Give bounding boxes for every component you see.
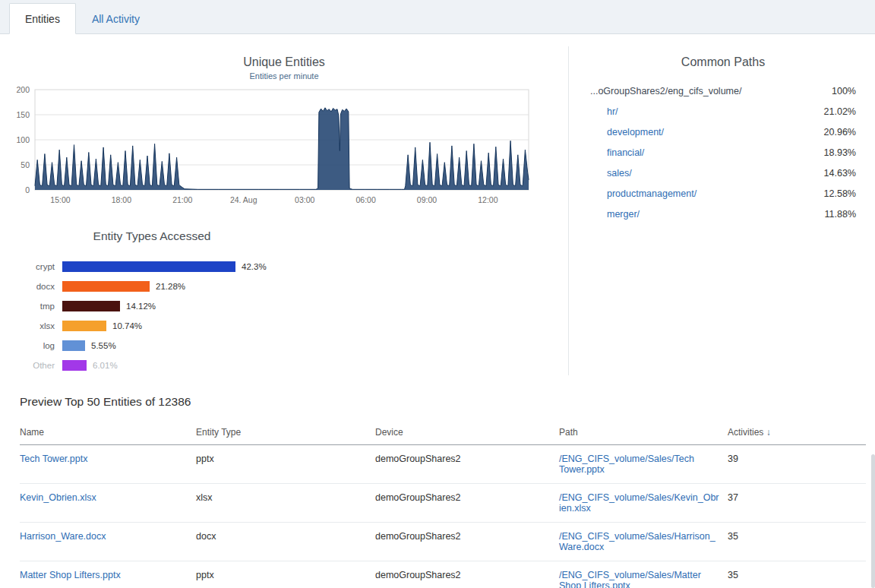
entity-type-cell: pptx [196,445,375,484]
svg-text:100: 100 [16,135,30,144]
activities-cell: 35 [728,523,866,561]
table-scrollbar-thumb[interactable] [871,454,875,588]
preview-title: Preview Top 50 Entities of 12386 [20,395,866,409]
table-body: Tech Tower.pptx pptx demoGroupShares2 /E… [20,445,866,588]
common-path-percent: 20.96% [824,127,856,138]
table-row: Kevin_Obrien.xlsx xlsx demoGroupShares2 … [20,484,866,523]
common-paths-list: ...oGroupShares2/eng_cifs_volume/ 100% h… [590,81,856,225]
bar-row: tmp 14.12% [0,296,568,316]
common-path-percent: 14.63% [824,168,856,179]
svg-text:150: 150 [16,110,30,119]
common-path-link[interactable]: hr/ [590,106,618,117]
entity-path-link[interactable]: /ENG_CIFS_volume/Sales/Harrison_Ware.doc… [559,531,720,552]
column-header-device[interactable]: Device [375,421,559,445]
entity-path-link[interactable]: /ENG_CIFS_volume/Sales/Matter Shop Lifte… [559,570,720,588]
bar-row: xlsx 10.74% [0,316,568,336]
svg-text:03:00: 03:00 [295,195,314,204]
entity-path-link[interactable]: /ENG_CIFS_volume/Sales/Tech Tower.pptx [559,454,720,475]
common-path-link[interactable]: development/ [590,127,664,138]
common-path-percent: 21.02% [824,106,856,117]
device-cell: demoGroupShares2 [375,561,559,588]
svg-text:24. Aug: 24. Aug [230,195,257,204]
bar [62,321,106,331]
common-paths-panel: Common Paths ...oGroupShares2/eng_cifs_v… [568,46,875,375]
svg-text:09:00: 09:00 [417,195,437,204]
charts-row: Unique Entities Entities per minute 0501… [0,34,875,375]
svg-text:12:00: 12:00 [478,195,498,204]
unique-entities-subtitle: Entities per minute [0,71,568,81]
unique-entities-title: Unique Entities [0,55,568,69]
bar-category-label: tmp [12,302,55,311]
bar [62,301,120,311]
entity-types-bars: crypt 42.3% docx 21.28% tmp 14.12% xlsx … [0,257,568,375]
entity-type-cell: docx [196,523,375,561]
bar-category-label: crypt [12,262,55,271]
common-path-root: ...oGroupShares2/eng_cifs_volume/ [590,86,741,96]
common-path-row: hr/ 21.02% [590,102,856,122]
entity-name-link[interactable]: Matter Shop Lifters.pptx [20,570,121,580]
column-header-entity-type[interactable]: Entity Type [196,421,375,445]
bar-row: Other 6.01% [0,356,568,375]
common-path-link[interactable]: financial/ [590,147,644,158]
common-path-percent: 11.88% [825,209,856,220]
preview-section: Preview Top 50 Entities of 12386 NameEnt… [0,395,875,588]
common-path-link[interactable]: sales/ [590,168,632,179]
unique-entities-chart: Unique Entities Entities per minute 0501… [0,55,568,208]
common-path-link[interactable]: merger/ [590,209,640,220]
svg-text:0: 0 [25,185,30,194]
entity-name-link[interactable]: Harrison_Ware.docx [20,531,106,542]
entity-path-link[interactable]: /ENG_CIFS_volume/Sales/Kevin_Obrien.xlsx [559,492,720,514]
common-path-percent: 18.93% [824,147,856,158]
column-header-path[interactable]: Path [559,421,728,445]
svg-text:06:00: 06:00 [355,195,375,204]
bar-row: log 5.55% [0,336,568,356]
bar [62,281,150,292]
tab-all-activity[interactable]: All Activity [76,3,156,33]
common-path-row: merger/ 11.88% [590,204,856,225]
table-header-row: NameEntity TypeDevicePathActivities ↓ [20,421,866,445]
entity-name-link[interactable]: Kevin_Obrien.xlsx [20,492,96,503]
bar-row: docx 21.28% [0,277,568,296]
bar-category-label: xlsx [12,321,55,330]
bar [62,360,87,371]
device-cell: demoGroupShares2 [375,523,559,561]
activities-cell: 39 [728,445,866,484]
sort-desc-icon: ↓ [766,427,771,438]
device-cell: demoGroupShares2 [375,445,559,484]
common-path-row: development/ 20.96% [590,122,856,143]
bar-category-label: log [12,341,55,350]
activities-cell: 35 [728,561,866,588]
charts-left-column: Unique Entities Entities per minute 0501… [0,46,568,375]
column-header-activities[interactable]: Activities ↓ [728,421,866,445]
common-path-percent: 100% [832,86,856,96]
bar-value-label: 10.74% [112,321,142,330]
tab-entities[interactable]: Entities [9,3,76,34]
svg-text:50: 50 [21,160,30,169]
tab-bar: Entities All Activity [0,0,875,34]
bar-value-label: 42.3% [242,262,267,271]
bar-value-label: 5.55% [91,341,116,350]
column-header-name[interactable]: Name [20,421,196,445]
unique-entities-plot: 05010015020015:0018:0021:0024. Aug03:000… [5,85,541,208]
svg-text:200: 200 [16,85,30,94]
bar-category-label: Other [12,361,55,370]
device-cell: demoGroupShares2 [375,484,559,523]
common-path-row: sales/ 14.63% [590,163,856,184]
bar-value-label: 6.01% [93,361,118,370]
common-path-row: financial/ 18.93% [590,143,856,163]
common-path-row: ...oGroupShares2/eng_cifs_volume/ 100% [590,81,856,102]
bar [62,261,235,272]
bar [62,340,85,351]
bar-category-label: docx [12,282,55,291]
svg-text:18:00: 18:00 [112,195,131,204]
entity-name-link[interactable]: Tech Tower.pptx [20,454,87,464]
common-path-row: productmanagement/ 12.58% [590,184,856,204]
entity-types-chart: Entity Types Accessed crypt 42.3% docx 2… [0,229,568,375]
entity-type-cell: xlsx [196,484,375,523]
common-path-link[interactable]: productmanagement/ [590,188,697,199]
bar-value-label: 14.12% [126,302,156,311]
common-paths-title: Common Paths [590,55,856,69]
common-path-percent: 12.58% [824,188,856,199]
table-row: Harrison_Ware.docx docx demoGroupShares2… [20,523,866,561]
entity-types-title: Entity Types Accessed [15,229,289,243]
